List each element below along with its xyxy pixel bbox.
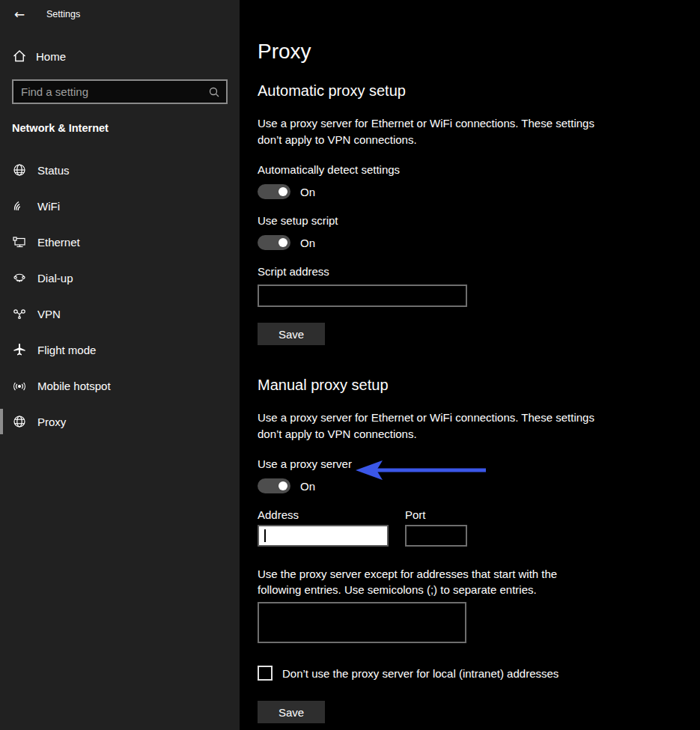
use-setup-script-toggle[interactable] <box>258 235 290 250</box>
airplane-icon <box>12 342 27 357</box>
sidebar-section-heading: Network & Internet <box>12 122 228 134</box>
port-input[interactable] <box>405 525 467 547</box>
sidebar-item-label: Proxy <box>37 416 66 428</box>
use-setup-script-toggle-row: On <box>258 235 700 250</box>
window-title: Settings <box>46 9 80 19</box>
toggle-knob <box>279 238 287 247</box>
port-label: Port <box>405 508 467 521</box>
local-addresses-checkbox-label: Don’t use the proxy server for local (in… <box>282 667 559 680</box>
sidebar-item-label: Mobile hotspot <box>37 380 111 392</box>
toggle-state-label: On <box>300 186 315 198</box>
sidebar-item-proxy[interactable]: Proxy <box>0 404 240 439</box>
sidebar-item-dialup[interactable]: Dial-up <box>0 260 240 296</box>
sidebar-item-status[interactable]: Status <box>0 152 240 188</box>
text-cursor <box>264 529 266 542</box>
sidebar-item-label: Home <box>36 50 66 63</box>
automatic-proxy-heading: Automatic proxy setup <box>258 81 700 100</box>
dialup-phone-icon <box>12 270 27 285</box>
sidebar-item-label: Ethernet <box>37 236 80 249</box>
proxy-settings-page: Proxy Automatic proxy setup Use a proxy … <box>240 0 700 730</box>
use-proxy-server-label: Use a proxy server <box>258 457 700 470</box>
detect-settings-label: Automatically detect settings <box>258 163 700 176</box>
address-port-row: Address Port <box>258 508 700 547</box>
script-address-input[interactable] <box>258 285 467 307</box>
search-input[interactable] <box>21 85 208 98</box>
sidebar-item-label: Dial-up <box>37 272 73 285</box>
wifi-icon <box>12 198 27 213</box>
sidebar-item-mobile-hotspot[interactable]: Mobile hotspot <box>0 368 240 404</box>
ethernet-icon <box>12 234 27 249</box>
toggle-state-label: On <box>300 480 315 493</box>
manual-save-button[interactable]: Save <box>258 701 325 723</box>
use-proxy-server-toggle-row: On <box>258 478 700 493</box>
manual-proxy-heading: Manual proxy setup <box>258 375 700 395</box>
toggle-state-label: On <box>300 237 315 249</box>
sidebar-item-label: Flight mode <box>37 344 96 356</box>
hotspot-icon <box>12 378 27 393</box>
sidebar-item-wifi[interactable]: WiFi <box>0 188 240 224</box>
titlebar: ← Settings <box>0 0 240 21</box>
back-button[interactable]: ← <box>12 7 27 21</box>
local-addresses-checkbox-row: Don’t use the proxy server for local (in… <box>258 666 700 681</box>
sidebar-item-label: WiFi <box>37 200 60 213</box>
toggle-knob <box>279 187 287 196</box>
sidebar-item-label: Status <box>37 164 70 177</box>
home-icon <box>12 49 27 64</box>
port-column: Port <box>405 508 467 547</box>
manual-proxy-description: Use a proxy server for Ethernet or WiFi … <box>258 410 598 442</box>
proxy-exceptions-input[interactable] <box>258 602 466 643</box>
detect-settings-toggle-row: On <box>258 184 700 199</box>
use-setup-script-label: Use setup script <box>258 214 700 227</box>
proxy-exceptions-description: Use the proxy server except for addresse… <box>258 566 591 597</box>
sidebar-item-home[interactable]: Home <box>12 48 240 64</box>
use-proxy-server-toggle[interactable] <box>258 478 290 493</box>
automatic-proxy-description: Use a proxy server for Ethernet or WiFi … <box>258 115 598 148</box>
sidebar-item-label: VPN <box>37 308 61 320</box>
search-icon[interactable] <box>208 86 220 98</box>
script-address-label: Script address <box>258 265 700 278</box>
sidebar-item-ethernet[interactable]: Ethernet <box>0 224 240 260</box>
automatic-save-button[interactable]: Save <box>258 323 325 345</box>
address-column: Address <box>258 508 389 547</box>
sidebar-nav: Status WiFi Ethernet <box>0 152 240 439</box>
status-globe-icon <box>12 162 27 177</box>
sidebar-item-flight-mode[interactable]: Flight mode <box>0 332 240 368</box>
settings-sidebar: ← Settings Home Network & Internet <box>0 0 240 730</box>
local-addresses-checkbox[interactable] <box>258 666 273 681</box>
vpn-icon <box>12 306 27 321</box>
page-title: Proxy <box>258 39 700 64</box>
proxy-globe-icon <box>12 414 27 429</box>
address-input[interactable] <box>258 525 389 547</box>
search-box[interactable] <box>12 79 228 104</box>
sidebar-item-vpn[interactable]: VPN <box>0 296 240 332</box>
detect-settings-toggle[interactable] <box>258 184 290 199</box>
address-label: Address <box>258 508 389 521</box>
toggle-knob <box>279 481 287 490</box>
